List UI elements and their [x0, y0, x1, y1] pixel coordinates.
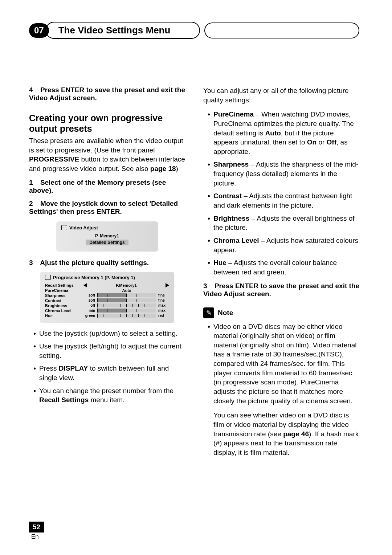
step-text: Select one of the Memory presets (see ab…: [29, 179, 166, 194]
slider: [97, 314, 156, 318]
tv-icon: [61, 225, 67, 230]
bullet-item: Use the joystick (up/down) to select a s…: [29, 329, 185, 338]
bullet-hue: Hue – Adjusts the overall colour balance…: [203, 258, 359, 277]
arrow-right-icon: [166, 283, 169, 287]
right-column: You can adjust any or all of the followi…: [203, 86, 359, 462]
settings-bullets: PureCinema – When watching DVD movies, P…: [203, 110, 359, 277]
osd-title-row: Video Adjust: [61, 225, 153, 230]
step-text: Press ENTER to save the preset and exit …: [203, 282, 359, 298]
step-text: Press ENTER to save the preset and exit …: [29, 86, 185, 102]
step-4: 4 Press ENTER to save the preset and exi…: [29, 86, 185, 102]
bullet-chroma: Chroma Level – Adjusts how saturated col…: [203, 236, 359, 254]
note-header: Note: [203, 307, 359, 318]
bullet-item: You can change the preset number from th…: [29, 386, 185, 405]
note-paragraph-1: Video on a DVD discs may be either video…: [203, 322, 359, 406]
step-text: Ajust the picture quality settings.: [34, 259, 149, 266]
osd-row-chroma: Chroma Level min max: [45, 309, 169, 313]
bullet-item: Press DISPLAY to switch between full and…: [29, 364, 185, 382]
bullet-contrast: Contrast – Adjusts the contrast between …: [203, 191, 359, 210]
step-1: 1 Select one of the Memory presets (see …: [29, 179, 185, 195]
chapter-header: 07 The Video Settings Menu: [29, 22, 359, 39]
osd-row-purecinema: PureCinema Auto: [45, 288, 169, 293]
osd-line-detailed: Detailed Settings: [61, 240, 153, 245]
step-number: 2: [29, 200, 33, 207]
slider: [97, 298, 156, 302]
osd-title: Progressive Memory 1 (P. Memory 1): [53, 275, 135, 280]
main-content: 4 Press ENTER to save the preset and exi…: [29, 86, 359, 462]
step-3-right: 3 Press ENTER to save the preset and exi…: [203, 282, 359, 298]
page-number: 52: [29, 522, 44, 532]
section-heading: Creating your own progressive output pre…: [29, 113, 185, 134]
bullet-item: Use the joystick (left/right) to adjust …: [29, 342, 185, 360]
osd-row-contrast: Contrast soft fine: [45, 298, 169, 303]
slider: [97, 309, 156, 313]
page-footer: 52 En: [29, 522, 44, 540]
step-number: 4: [29, 86, 33, 94]
left-column: 4 Press ENTER to save the preset and exi…: [29, 86, 185, 462]
osd-line-memory: P. Memory1: [61, 233, 153, 238]
intro-paragraph: These presets are available when the vid…: [29, 136, 185, 174]
step-text: Move the joystick down to select 'Detail…: [29, 200, 178, 215]
osd-title-row: Progressive Memory 1 (P. Memory 1): [45, 275, 169, 280]
adjust-bullets: Use the joystick (up/down) to select a s…: [29, 329, 185, 405]
osd-row-brightness: Brughtness off max: [45, 303, 169, 308]
step-2: 2 Move the joystick down to select 'Deta…: [29, 200, 185, 216]
osd-row-recall: Recall Settings P.Memory1: [45, 283, 169, 287]
bullet-purecinema: PureCinema – When watching DVD movies, P…: [203, 110, 359, 156]
chapter-title-wrap: The Video Settings Menu: [53, 22, 359, 39]
osd-row-sharpness: Sharpness soft fine: [45, 293, 169, 298]
header-empty-pill: [204, 23, 359, 38]
tv-icon: [45, 275, 51, 280]
page-language: En: [31, 533, 44, 540]
slider: [97, 293, 156, 297]
step-number: 3: [203, 282, 207, 290]
osd-progressive-memory: Progressive Memory 1 (P. Memory 1) Recal…: [40, 272, 174, 323]
pencil-icon: [203, 307, 214, 318]
step-3: 3 Ajust the picture quality settings.: [29, 259, 185, 267]
chapter-title: The Video Settings Menu: [53, 22, 200, 39]
osd-title: Video Adjust: [69, 225, 98, 230]
note-paragraph-2: You can see whether video on a DVD disc …: [203, 411, 359, 457]
intro-right: You can adjust any or all of the followi…: [203, 86, 359, 105]
slider: [97, 303, 156, 307]
osd-row-hue: Hue green red: [45, 314, 169, 318]
step-number: 1: [29, 179, 33, 186]
bullet-sharpness: Sharpness – Adjusts the sharpness of the…: [203, 160, 359, 188]
arrow-left-icon: [83, 283, 87, 287]
note-label: Note: [218, 309, 233, 317]
bullet-brightness: Brightness – Adjusts the overall brightn…: [203, 214, 359, 232]
osd-video-adjust: Video Adjust P. Memory1 Detailed Setting…: [56, 221, 158, 252]
step-number: 3: [29, 259, 33, 266]
